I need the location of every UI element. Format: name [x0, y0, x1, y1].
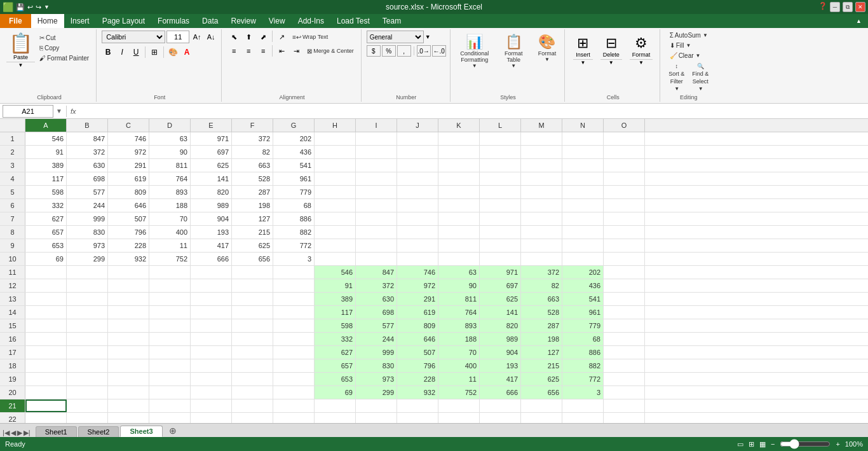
cell-I4[interactable] [356, 172, 397, 185]
cell-D7[interactable]: 70 [149, 212, 191, 225]
cell-C8[interactable]: 796 [108, 226, 149, 239]
cell-M5[interactable] [521, 186, 562, 198]
zoom-in-icon[interactable]: + [836, 440, 839, 448]
cell-L6[interactable] [480, 199, 521, 212]
cell-I12[interactable]: 372 [356, 279, 397, 292]
wrap-text-btn[interactable]: ≡↩ Wrap Text [289, 31, 331, 43]
cell-L3[interactable] [480, 159, 521, 172]
cell-H2[interactable] [315, 146, 356, 158]
cell-L1[interactable] [480, 132, 521, 145]
cell-N2[interactable] [562, 146, 604, 158]
cell-H9[interactable] [315, 239, 356, 252]
cell-H17[interactable]: 627 [315, 346, 356, 359]
cell-C2[interactable]: 972 [108, 146, 149, 158]
cell-F14[interactable] [232, 306, 273, 319]
col-header-n[interactable]: N [562, 119, 604, 132]
cell-J19[interactable]: 228 [397, 373, 438, 385]
cell-I8[interactable] [356, 226, 397, 239]
zoom-slider[interactable] [780, 439, 831, 449]
align-top-right-btn[interactable]: ⬈ [256, 31, 270, 43]
save-icon[interactable]: 💾 [16, 3, 25, 11]
cell-B2[interactable]: 372 [67, 146, 108, 158]
cell-J7[interactable] [397, 212, 438, 225]
menu-addins[interactable]: Add-Ins [292, 14, 330, 28]
cell-F19[interactable] [232, 373, 273, 385]
cell-O8[interactable] [604, 226, 645, 239]
cell-E15[interactable] [191, 319, 232, 332]
formula-input[interactable] [78, 105, 865, 118]
cell-K10[interactable] [438, 253, 480, 265]
cell-E3[interactable]: 625 [191, 159, 232, 172]
cell-C4[interactable]: 619 [108, 172, 149, 185]
cell-D15[interactable] [149, 319, 191, 332]
cell-A10[interactable]: 69 [25, 253, 67, 265]
cell-J4[interactable] [397, 172, 438, 185]
cell-O4[interactable] [604, 172, 645, 185]
cell-J18[interactable]: 796 [397, 359, 438, 372]
cell-J14[interactable]: 619 [397, 306, 438, 319]
col-header-l[interactable]: L [480, 119, 521, 132]
ribbon-collapse-icon[interactable]: ▲ [850, 14, 868, 28]
cell-F20[interactable] [232, 386, 273, 399]
cell-C1[interactable]: 746 [108, 132, 149, 145]
cell-D3[interactable]: 811 [149, 159, 191, 172]
cell-H5[interactable] [315, 186, 356, 198]
cell-A5[interactable]: 598 [25, 186, 67, 198]
cell-N7[interactable] [562, 212, 604, 225]
fx-label[interactable]: fx [71, 108, 76, 115]
cell-N20[interactable]: 3 [562, 386, 604, 399]
cell-K13[interactable]: 811 [438, 293, 480, 305]
cell-A2[interactable]: 91 [25, 146, 67, 158]
cell-G20[interactable] [273, 386, 315, 399]
cell-C12[interactable] [108, 279, 149, 292]
cell-L15[interactable]: 820 [480, 319, 521, 332]
col-header-i[interactable]: I [356, 119, 397, 132]
cell-G21[interactable] [273, 399, 315, 412]
cell-N10[interactable] [562, 253, 604, 265]
sheet-nav-prev[interactable]: ◀ [11, 429, 16, 437]
cell-K7[interactable] [438, 212, 480, 225]
cell-J1[interactable] [397, 132, 438, 145]
sheet-tab-sheet1[interactable]: Sheet1 [36, 426, 77, 437]
cell-M18[interactable]: 215 [521, 359, 562, 372]
cell-F9[interactable]: 625 [232, 239, 273, 252]
cell-K14[interactable]: 764 [438, 306, 480, 319]
cell-I1[interactable] [356, 132, 397, 145]
cell-G18[interactable] [273, 359, 315, 372]
cell-M17[interactable]: 127 [521, 346, 562, 359]
align-top-left-btn[interactable]: ⬉ [227, 31, 241, 43]
row-num-20[interactable]: 20 [0, 386, 25, 399]
cell-I19[interactable]: 973 [356, 373, 397, 385]
new-sheet-btn[interactable]: ⊕ [164, 424, 182, 437]
cell-H19[interactable]: 653 [315, 373, 356, 385]
row-num-11[interactable]: 11 [0, 266, 25, 279]
menu-review[interactable]: Review [224, 14, 262, 28]
cell-O2[interactable] [604, 146, 645, 158]
cell-C5[interactable]: 809 [108, 186, 149, 198]
font-color-btn[interactable]: A [180, 46, 193, 59]
cell-D2[interactable]: 90 [149, 146, 191, 158]
conditional-formatting-btn[interactable]: 📊 Conditional Formatting ▼ [456, 31, 494, 72]
cell-N8[interactable] [562, 226, 604, 239]
cell-N17[interactable]: 886 [562, 346, 604, 359]
cell-E18[interactable] [191, 359, 232, 372]
cell-A14[interactable] [25, 306, 67, 319]
cell-F18[interactable] [232, 359, 273, 372]
align-right-btn[interactable]: ≡ [256, 45, 270, 57]
cell-B5[interactable]: 577 [67, 186, 108, 198]
cell-J21[interactable] [397, 399, 438, 412]
cell-O11[interactable] [604, 266, 645, 279]
cell-A13[interactable] [25, 293, 67, 305]
cell-D20[interactable] [149, 386, 191, 399]
cell-O19[interactable] [604, 373, 645, 385]
cell-F10[interactable]: 656 [232, 253, 273, 265]
cell-G10[interactable]: 3 [273, 253, 315, 265]
cell-L12[interactable]: 697 [480, 279, 521, 292]
col-header-d[interactable]: D [149, 119, 191, 132]
cell-B1[interactable]: 847 [67, 132, 108, 145]
cell-M10[interactable] [521, 253, 562, 265]
cell-M19[interactable]: 625 [521, 373, 562, 385]
cell-O6[interactable] [604, 199, 645, 212]
cell-O1[interactable] [604, 132, 645, 145]
cell-N5[interactable] [562, 186, 604, 198]
